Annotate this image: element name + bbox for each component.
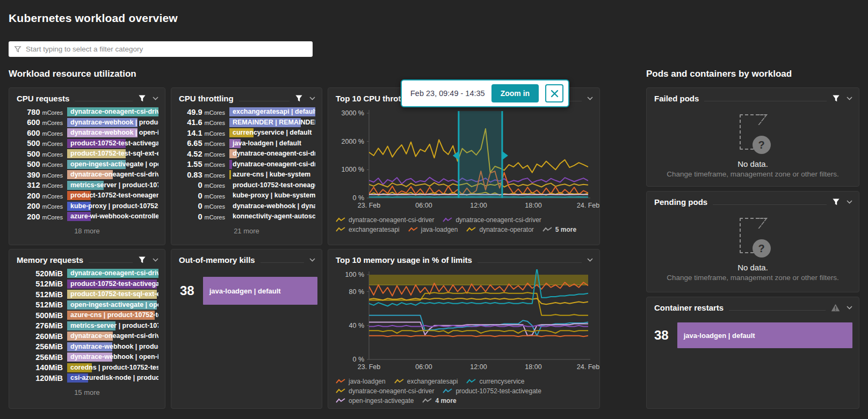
metric-row[interactable]: 780mCoresdynatrace-oneagent-csi-drive…: [16, 107, 158, 117]
metric-row[interactable]: 256MiBdynatrace-webhook | product-1…: [16, 342, 158, 352]
metric-bar[interactable]: dynatrace-webhook | open-ingest: [67, 352, 158, 362]
filter-funnel-icon[interactable]: [295, 94, 303, 102]
metric-bar[interactable]: azure-wi-webhook-controller…: [67, 212, 158, 221]
metric-row[interactable]: 512MiBproduct-10752-test-sql-ext-exec…: [16, 289, 158, 300]
metric-bar[interactable]: csi-azuredisk-node | product-10…: [67, 373, 158, 383]
metric-row[interactable]: 520MiBdynatrace-oneagent-csi-driver |…: [16, 268, 158, 279]
selection-right-handle[interactable]: [502, 151, 508, 160]
metric-row[interactable]: 256MiBdynatrace-webhook | open-ingest: [16, 352, 158, 363]
cpu-throttling-chart[interactable]: 3000 %2000 %1000 %0 %23. Feb06:0012:0018…: [336, 107, 593, 214]
metric-row[interactable]: 390mCoresdynatrace-oneagent-csi-drive…: [16, 170, 158, 180]
metric-row[interactable]: 0mCoresdynatrace-webhook | dynatr…: [178, 201, 315, 212]
filter-funnel-icon[interactable]: [138, 256, 146, 264]
metric-row[interactable]: 120MiBcsi-azuredisk-node | product-10…: [16, 373, 158, 384]
legend-more-item[interactable]: 5 more: [542, 226, 576, 233]
metric-row[interactable]: 14.1mCorescurrencyservice | default: [178, 128, 315, 138]
metric-bar[interactable]: azure-cns | kube-system: [229, 170, 315, 179]
show-more-link[interactable]: 15 more: [9, 388, 165, 396]
metric-bar[interactable]: product-10752-test-sql-ext-ex…: [67, 149, 158, 158]
zoom-in-button[interactable]: Zoom in: [491, 84, 539, 102]
filter-funnel-icon[interactable]: [832, 94, 840, 102]
metric-row[interactable]: 140MiBcoredns | product-10752-test: [16, 363, 158, 373]
metric-bar[interactable]: open-ingest-activegate | open…: [67, 160, 158, 169]
chevron-down-icon[interactable]: [847, 200, 852, 204]
legend-item[interactable]: dynatrace-operator: [466, 226, 533, 233]
metric-bar[interactable]: product-10752-test-oneagent…: [229, 181, 315, 190]
show-more-link[interactable]: 21 more: [171, 227, 322, 235]
chevron-down-icon[interactable]: [847, 306, 852, 310]
metric-row[interactable]: 276MiBmetrics-server | product-10752-t…: [16, 321, 158, 332]
legend-item[interactable]: exchangeratesapi: [336, 226, 400, 233]
metric-bar[interactable]: dynatrace-webhook | open-in…: [67, 128, 158, 137]
metric-bar[interactable]: kube-proxy | kube-system: [229, 191, 315, 200]
filter-funnel-icon[interactable]: [138, 94, 146, 102]
chevron-down-icon[interactable]: [153, 97, 158, 100]
metric-row[interactable]: 512MiBproduct-10752-test-activegate | …: [16, 279, 158, 290]
metric-row[interactable]: 500mCoresopen-ingest-activegate | open…: [16, 159, 158, 170]
metric-row[interactable]: 500mCoresproduct-10752-test-activegate…: [16, 138, 158, 149]
metric-row[interactable]: 49.9mCoresexchangeratesapi | default: [178, 107, 315, 117]
filter-funnel-icon[interactable]: [832, 198, 840, 206]
metric-row[interactable]: 500MiBazure-cns | product-10752-test: [16, 310, 158, 321]
metric-bar[interactable]: REMAINDER | REMAINDER: [229, 118, 315, 127]
metric-row[interactable]: 200mCoreskube-proxy | product-10752-te…: [16, 201, 158, 212]
chevron-down-icon[interactable]: [309, 97, 315, 100]
timeframe-selection-overlay[interactable]: [453, 111, 508, 198]
memory-usage-chart[interactable]: 100 %80 %40 %0 %23. Feb06:0012:0018:0024…: [336, 268, 593, 376]
metric-row[interactable]: 1.55mCoresdynatrace-oneagent-csi-driv…: [178, 159, 315, 170]
metric-bar[interactable]: dynatrace-oneagent-csi-drive…: [67, 107, 158, 116]
metric-row[interactable]: 500mCoresproduct-10752-test-sql-ext-ex…: [16, 149, 158, 159]
chevron-down-icon[interactable]: [587, 97, 593, 100]
chevron-down-icon[interactable]: [847, 97, 852, 100]
metric-bar[interactable]: dynatrace-oneagent-csi-driv…: [229, 149, 315, 158]
metric-bar[interactable]: dynatrace-oneagent-csi-driver |…: [67, 269, 158, 278]
metric-bar[interactable]: dynatrace-oneagent-csi-drive…: [67, 170, 158, 179]
metric-bar[interactable]: product-10752-test-activegate | …: [67, 280, 158, 289]
legend-item[interactable]: currencyservice: [466, 378, 524, 385]
metric-bar[interactable]: java-loadgen | default: [229, 139, 315, 148]
legend-item[interactable]: open-ingest-activegate: [336, 397, 414, 405]
legend-item[interactable]: product-10752-test-activegate: [443, 387, 541, 395]
show-more-link[interactable]: 18 more: [9, 227, 165, 235]
metric-row[interactable]: 6.65mCoresjava-loadgen | default: [178, 138, 315, 149]
metric-row[interactable]: 0.83mCoresazure-cns | kube-system: [178, 170, 315, 180]
metric-bar[interactable]: azure-cns | product-10752-test: [67, 311, 158, 320]
metric-row[interactable]: 600mCoresdynatrace-webhook | product…: [16, 117, 158, 128]
metric-bar[interactable]: dynatrace-oneagent-csi-driver |…: [67, 332, 158, 341]
metric-row[interactable]: 200mCoresproduct-10752-test-oneagent |…: [16, 190, 158, 201]
metric-bar[interactable]: coredns | product-10752-test: [67, 363, 158, 372]
metric-bar[interactable]: dynatrace-webhook | product…: [67, 118, 158, 127]
legend-item[interactable]: dynatrace-oneagent-csi-driver: [443, 216, 541, 224]
metric-row[interactable]: 41.6mCoresREMAINDER | REMAINDER: [178, 117, 315, 128]
metric-bar[interactable]: product-10752-test-sql-ext-exec…: [67, 290, 158, 299]
metric-row[interactable]: 600mCoresdynatrace-webhook | open-in…: [16, 128, 158, 138]
metric-bar[interactable]: metrics-server | product-10752-t…: [67, 321, 158, 330]
metric-row[interactable]: 0mCoreskonnectivity-agent-autoscale…: [178, 211, 315, 222]
metric-row[interactable]: 0mCoresproduct-10752-test-oneagent…: [178, 180, 315, 191]
legend-item[interactable]: java-loadgen: [408, 226, 458, 233]
metric-bar[interactable]: kube-proxy | product-10752-te…: [67, 202, 158, 211]
selection-left-handle[interactable]: [453, 151, 459, 160]
metric-bar[interactable]: currencyservice | default: [229, 128, 315, 137]
legend-more-item[interactable]: 4 more: [422, 397, 456, 405]
metric-row[interactable]: 260MiBdynatrace-oneagent-csi-driver |…: [16, 331, 158, 342]
metric-bar[interactable]: product-10752-test-activegate…: [67, 139, 158, 148]
metric-bar[interactable]: dynatrace-oneagent-csi-driv…: [229, 160, 315, 169]
chevron-down-icon[interactable]: [587, 258, 593, 262]
legend-item[interactable]: dynatrace-oneagent-csi-driver: [336, 387, 434, 395]
metric-bar[interactable]: dynatrace-webhook | product-1…: [67, 342, 158, 351]
metric-row[interactable]: 200mCoresazure-wi-webhook-controller…: [16, 211, 158, 222]
legend-item[interactable]: dynatrace-oneagent-csi-driver: [336, 216, 434, 224]
container-restarts-bar[interactable]: java-loadgen | default: [677, 322, 852, 348]
metric-row[interactable]: 312mCoresmetrics-server | product-10752…: [16, 180, 158, 191]
chevron-down-icon[interactable]: [309, 258, 315, 262]
close-icon[interactable]: [545, 84, 563, 102]
legend-item[interactable]: exchangeratesapi: [394, 378, 458, 385]
metric-bar[interactable]: open-ingest-activegate | open-i…: [67, 300, 158, 310]
metric-bar[interactable]: exchangeratesapi | default: [229, 107, 315, 116]
filter-category-input[interactable]: [26, 45, 307, 53]
metric-row[interactable]: 512MiBopen-ingest-activegate | open-i…: [16, 300, 158, 311]
filter-bar[interactable]: [9, 41, 313, 57]
metric-bar[interactable]: konnectivity-agent-autoscale…: [229, 212, 315, 221]
metric-row[interactable]: 4.52mCoresdynatrace-oneagent-csi-driv…: [178, 149, 315, 159]
